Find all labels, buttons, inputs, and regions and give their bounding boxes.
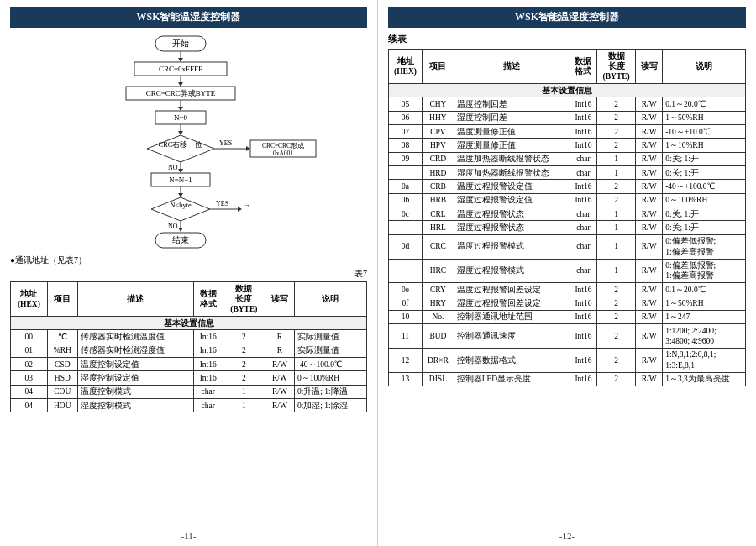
svg-marker-26 (178, 169, 183, 173)
table-row: 03HSD湿度控制设定值Int162R/W0～100%RH (11, 371, 367, 385)
svg-marker-20 (246, 146, 250, 151)
table-row: 10No.控制器通讯地址范围Int162R/W1～247 (389, 310, 746, 323)
table-row: 05CHY温度控制回差Int162R/W0.1～20.0℃ (389, 97, 746, 111)
svg-marker-31 (178, 193, 183, 197)
col-item: 项目 (47, 282, 77, 317)
table-row: 08HPV湿度测量修正值Int162R/W1～10%RH (389, 139, 746, 152)
svg-text:N<byte: N<byte (170, 201, 192, 209)
svg-marker-7 (178, 82, 183, 87)
table-row: 0fHRY湿度过程报警回差设定Int162R/W1～50%RH (389, 297, 746, 310)
col-fmt: 数据格式 (193, 282, 223, 317)
svg-text:YES: YES (219, 139, 232, 147)
svg-text:结束: 结束 (172, 235, 189, 244)
table-row: 12DR×R控制器数据格式Int162R/W1:N,8,1;2:0,8,1; 1… (389, 348, 746, 372)
table-row: 0dCRC温度过程报警模式char1R/W0:偏差低报警; 1:偏差高报警 (389, 234, 746, 259)
left-header: WSK智能温湿度控制器 (10, 7, 367, 28)
r-col-len: 数据长度(BYTE) (596, 50, 635, 84)
svg-text:CRC右移一位: CRC右移一位 (158, 140, 202, 149)
table-row: HRD湿度加热器断线报警状态char1R/W0:关; 1:开 (389, 166, 746, 180)
svg-marker-15 (178, 131, 183, 135)
svg-text:0xA001: 0xA001 (272, 150, 292, 157)
section-label: 续表 (388, 33, 746, 45)
r-col-addr: 地址(HEX) (389, 50, 423, 84)
table-row: 0cCRL温度过程报警状态char1R/W0:关; 1:开 (389, 207, 746, 221)
col-desc: 描述 (77, 282, 193, 317)
right-header: WSK智能温湿度控制器 (388, 7, 746, 28)
svg-text:→: → (244, 202, 250, 209)
table-row: 06HHY湿度控制回差Int162R/W1～50%RH (389, 111, 746, 124)
flowchart: 开始 CRC=0xFFFF CRC=CRC异或BYTE N=0 CRC右移一位 … (55, 33, 323, 251)
table-row: 13DISL控制器LED显示亮度Int162R/W1～3,3为最高亮度 (389, 372, 746, 386)
col-len: 数据长度(BYTE) (223, 282, 265, 317)
left-page: WSK智能温湿度控制器 开始 CRC=0xFFFF CRC=CRC异或BYTE … (0, 0, 378, 546)
table-row: 04HOU湿度控制模式char1R/W0:加湿; 1:除湿 (11, 399, 367, 412)
table-row: 0bHRB湿度过程报警设定值Int162R/W0～100%RH (389, 193, 746, 207)
table-label: 表7 (10, 268, 367, 280)
col-note: 说明 (294, 282, 366, 317)
svg-marker-35 (238, 207, 242, 212)
svg-text:CRC=0xFFFF: CRC=0xFFFF (158, 65, 202, 73)
table-row: HRC湿度过程报警模式char1R/W0:偏差低报警; 1:偏差高报警 (389, 259, 746, 283)
r-col-item: 项目 (423, 50, 454, 84)
r-col-note: 说明 (663, 50, 746, 84)
svg-text:NO: NO (168, 223, 178, 230)
svg-marker-11 (178, 107, 183, 111)
svg-text:开始: 开始 (172, 39, 189, 48)
table-row: 0eCRY温度过程报警回差设定Int162R/W0.1～20.0℃ (389, 283, 746, 297)
table-row: 00℃传感器实时检测温度值Int162R实际测量值 (11, 330, 367, 344)
svg-text:N=0: N=0 (173, 113, 187, 122)
r-col-fmt: 数据格式 (570, 50, 596, 84)
table-row: 11BUD控制器通讯速度Int162R/W1:1200; 2:2400; 3:4… (389, 324, 746, 349)
table-row: HRL湿度过程报警状态char1R/W0:关; 1:开 (389, 221, 746, 234)
left-data-table: 地址(HEX) 项目 描述 数据格式 数据长度(BYTE) 读写 说明 基本设置… (10, 281, 367, 412)
svg-text:YES: YES (216, 200, 228, 207)
right-data-table: 地址(HEX) 项目 描述 数据格式 数据长度(BYTE) 读写 说明 基本设置… (388, 49, 746, 386)
svg-text:CRC=CRC异或BYTE: CRC=CRC异或BYTE (145, 89, 215, 97)
svg-marker-3 (178, 58, 183, 62)
table-row: 09CRD温度加热器断线报警状态char1R/W0:关; 1:开 (389, 152, 746, 165)
right-page: WSK智能温湿度控制器 续表 地址(HEX) 项目 描述 数据格式 数据长度(B… (378, 0, 756, 546)
r-col-rw: 读写 (636, 50, 663, 84)
right-footer: -12- (388, 531, 746, 541)
table-row: 02CSD温度控制设定值Int162R/W-40～100.0℃ (11, 358, 367, 371)
table-row: 07CPV温度测量修正值Int162R/W-10～+10.0℃ (389, 125, 746, 139)
col-addr: 地址(HEX) (11, 282, 48, 317)
table-row: 01%RH传感器实时检测湿度值Int162R实际测量值 (11, 344, 367, 357)
table-row: 0aCRB温度过程报警设定值Int162R/W-40～+100.0℃ (389, 180, 746, 193)
svg-marker-39 (178, 228, 183, 232)
left-footer: -11- (10, 531, 367, 541)
r-col-desc: 描述 (454, 50, 570, 84)
col-rw: 读写 (265, 282, 295, 317)
svg-text:N=N+1: N=N+1 (169, 176, 192, 184)
svg-text:CRC=CRC形成: CRC=CRC形成 (261, 142, 303, 150)
table-row: 04COU温度控制模式char1R/W0:升温; 1:降温 (11, 385, 367, 398)
svg-text:NO: NO (168, 164, 178, 171)
bullet-note: ●通讯地址（见表7） (10, 255, 367, 266)
svg-marker-16 (147, 135, 214, 162)
